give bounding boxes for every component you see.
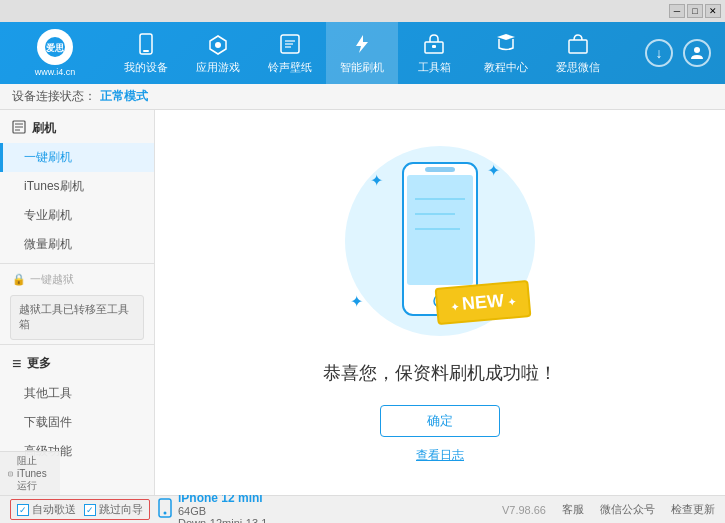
apps-games-icon: [206, 32, 230, 56]
sidebar-section-jailbreak: 🔒 一键越狱: [0, 268, 154, 291]
sidebar-section-more: ≡ 更多: [0, 349, 154, 379]
user-btn[interactable]: [683, 39, 711, 67]
nav-tutorial-label: 教程中心: [484, 60, 528, 75]
nav-my-device-label: 我的设备: [124, 60, 168, 75]
nav-ringtone-label: 铃声壁纸: [268, 60, 312, 75]
close-btn[interactable]: ✕: [705, 4, 721, 18]
svg-rect-19: [425, 167, 455, 172]
svg-rect-11: [569, 40, 587, 53]
itunes-notice[interactable]: 阻止iTunes运行: [0, 451, 60, 495]
weidian-icon: [566, 32, 590, 56]
nav-toolbox[interactable]: 工具箱: [398, 22, 470, 84]
logo-area: 爱思 www.i4.cn: [0, 29, 110, 77]
status-value: 正常模式: [100, 88, 148, 105]
my-device-icon: [134, 32, 158, 56]
footer-right: V7.98.66 客服 微信公众号 检查更新: [502, 502, 715, 517]
flash-section-icon: [12, 120, 26, 137]
nav-weidian[interactable]: 爱思微信: [542, 22, 614, 84]
status-prefix: 设备连接状态：: [12, 88, 96, 105]
nav-toolbox-label: 工具箱: [418, 60, 451, 75]
sparkle-3: ✦: [350, 292, 363, 311]
sparkle-1: ✦: [370, 171, 383, 190]
maximize-btn[interactable]: □: [687, 4, 703, 18]
lock-icon: 🔒: [12, 273, 26, 286]
logo-url: www.i4.cn: [35, 67, 76, 77]
svg-point-4: [215, 42, 221, 48]
title-bar: ─ □ ✕: [0, 0, 725, 22]
svg-rect-3: [143, 50, 149, 52]
check-update-link[interactable]: 检查更新: [671, 502, 715, 517]
download-btn[interactable]: ↓: [645, 39, 673, 67]
customer-service-link[interactable]: 客服: [562, 502, 584, 517]
new-badge: NEW: [435, 280, 532, 325]
nav-my-device[interactable]: 我的设备: [110, 22, 182, 84]
header-right: ↓: [645, 39, 725, 67]
sidebar-item-download-firmware[interactable]: 下载固件: [0, 408, 154, 437]
device-icon: [158, 498, 172, 522]
device-firmware: Down-12mini-13,1: [178, 517, 267, 524]
sidebar-divider-1: [0, 263, 154, 264]
logo-icon: 爱思: [37, 29, 73, 65]
sidebar-item-itunes-flash[interactable]: iTunes刷机: [0, 172, 154, 201]
sidebar-item-other-tools[interactable]: 其他工具: [0, 379, 154, 408]
svg-rect-10: [432, 45, 436, 48]
sparkle-2: ✦: [487, 161, 500, 180]
minimize-btn[interactable]: ─: [669, 4, 685, 18]
status-bar: 设备连接状态： 正常模式: [0, 84, 725, 110]
header: 爱思 www.i4.cn 我的设备 应用游戏: [0, 22, 725, 84]
illustration: ✦ ✦ ✦ NEW: [340, 141, 540, 341]
footer-left: ✓ 自动歌送 ✓ 跳过向导 iPhone 12 mini 64GB: [10, 491, 502, 524]
main-content: ✦ ✦ ✦ NEW: [155, 110, 725, 495]
nav-items: 我的设备 应用游戏 铃声壁纸: [110, 22, 645, 84]
ringtone-icon: [278, 32, 302, 56]
version-text: V7.98.66: [502, 504, 546, 516]
sidebar-item-pro-flash[interactable]: 专业刷机: [0, 201, 154, 230]
footer: ✓ 自动歌送 ✓ 跳过向导 iPhone 12 mini 64GB: [0, 495, 725, 523]
nav-tutorial[interactable]: 教程中心: [470, 22, 542, 84]
itunes-notice-label: 阻止iTunes运行: [17, 454, 52, 493]
more-section-icon: ≡: [12, 355, 21, 373]
toolbox-icon: [422, 32, 446, 56]
checkbox-area: ✓ 自动歌送 ✓ 跳过向导: [10, 499, 150, 520]
svg-text:爱思: 爱思: [46, 43, 65, 53]
nav-smart-flash-label: 智能刷机: [340, 60, 384, 75]
jailbreak-notice: 越狱工具已转移至工具箱: [10, 295, 144, 340]
sidebar-section-flash: 刷机: [0, 114, 154, 143]
success-text: 恭喜您，保资料刷机成功啦！: [323, 361, 557, 385]
blog-link[interactable]: 查看日志: [416, 447, 464, 464]
tutorial-icon: [494, 32, 518, 56]
sidebar-divider-2: [0, 344, 154, 345]
device-info: iPhone 12 mini 64GB Down-12mini-13,1: [178, 491, 267, 524]
auto-start-label: 自动歌送: [32, 502, 76, 517]
skip-wizard-label: 跳过向导: [99, 502, 143, 517]
auto-start-checkbox[interactable]: ✓ 自动歌送: [17, 502, 76, 517]
footer-device: iPhone 12 mini 64GB Down-12mini-13,1: [158, 491, 502, 524]
skip-wizard-checkbox[interactable]: ✓ 跳过向导: [84, 502, 143, 517]
confirm-button[interactable]: 确定: [380, 405, 500, 437]
nav-apps-games[interactable]: 应用游戏: [182, 22, 254, 84]
auto-start-box: ✓: [17, 504, 29, 516]
svg-rect-18: [407, 175, 473, 285]
nav-apps-label: 应用游戏: [196, 60, 240, 75]
skip-wizard-box: ✓: [84, 504, 96, 516]
svg-point-12: [694, 47, 700, 53]
device-storage: 64GB: [178, 505, 267, 517]
nav-ringtone[interactable]: 铃声壁纸: [254, 22, 326, 84]
smart-flash-icon: [350, 32, 374, 56]
wechat-link[interactable]: 微信公众号: [600, 502, 655, 517]
main-layout: 刷机 一键刷机 iTunes刷机 专业刷机 微量刷机 🔒 一键越狱 越狱工具已转…: [0, 110, 725, 495]
svg-point-25: [164, 511, 167, 514]
flash-section-label: 刷机: [32, 120, 56, 137]
nav-smart-flash[interactable]: 智能刷机: [326, 22, 398, 84]
sidebar-item-micro-flash[interactable]: 微量刷机: [0, 230, 154, 259]
nav-weidian-label: 爱思微信: [556, 60, 600, 75]
sidebar: 刷机 一键刷机 iTunes刷机 专业刷机 微量刷机 🔒 一键越狱 越狱工具已转…: [0, 110, 155, 495]
sidebar-item-one-key-flash[interactable]: 一键刷机: [0, 143, 154, 172]
